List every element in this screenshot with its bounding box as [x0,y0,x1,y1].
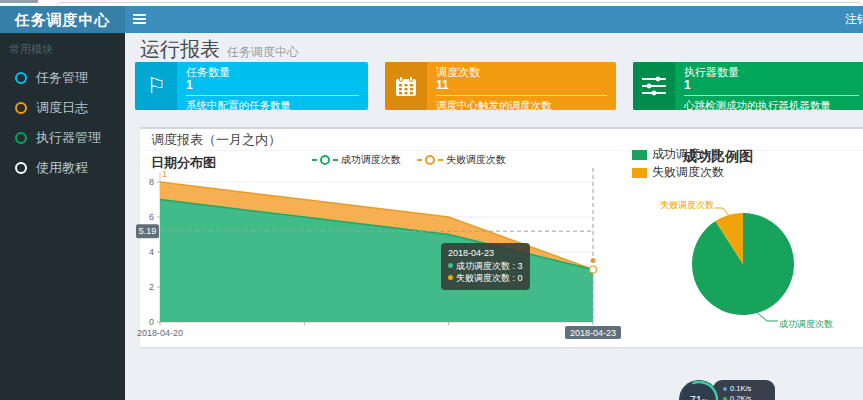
crosshair-y-label: 5.19 [139,226,157,236]
line-marker-icon [312,159,317,161]
date-distribution-chart[interactable]: 024685.192018-04-232018-04-201 [136,148,646,346]
circle-o-icon [15,102,27,114]
success-endpoint-marker [590,266,597,273]
y-axis-tick-label: 8 [149,177,154,187]
sidebar-item-label: 执行器管理 [36,129,101,147]
sidebar-item-job-manage[interactable]: 任务管理 [0,63,125,93]
line-marker-icon [417,159,422,161]
sidebar-section-label: 常用模块 [0,33,125,63]
y-axis-tick-label: 2 [149,282,154,292]
usage-gauge-widget[interactable]: 71% [678,379,720,400]
pie-connector-success [757,313,778,321]
browser-tab-edge [0,0,38,3]
calendar-icon [385,62,427,110]
page-title: 运行报表 [140,38,220,60]
net-speed-panel[interactable]: 0.1K/s 0.2K/s [713,380,775,400]
download-speed: 0.2K/s [730,394,751,400]
pie-connector-fail [715,208,729,215]
x-axis-label: 2018-04-20 [137,328,183,338]
stat-card-title: 任务数量 [186,66,359,78]
page-header: 运行报表任务调度中心 [140,36,299,63]
sidebar-item-help[interactable]: 使用教程 [0,153,125,183]
legend-label: 失败调度次数 [652,164,724,181]
stat-card-jobs: ⚐ 任务数量 1 系统中配置的任务数量 [135,62,368,110]
topbar: 任务调度中心 注销 [0,6,863,33]
legend-label: 成功调度次数 [652,146,724,163]
sidebar-item-label: 使用教程 [36,159,88,177]
upload-dot-icon [723,387,727,391]
app-logo[interactable]: 任务调度中心 [0,6,125,33]
legend-swatch-icon [632,168,647,178]
upload-speed: 0.1K/s [730,384,751,394]
flag-icon: ⚐ [135,62,177,110]
stat-card-title: 调度次数 [436,66,607,78]
legend-item-success[interactable]: 成功调度次数 [312,153,401,167]
sliders-icon [633,62,675,110]
stat-card-desc: 心跳检测成功的执行器机器数量 [684,96,859,110]
pie-legend-success[interactable]: 成功调度次数 [632,146,724,163]
pie-slice-label-fail: 失败调度次数 [656,199,714,212]
legend-label: 失败调度次数 [446,153,506,167]
line-marker-icon [438,159,443,161]
pie-slice-label-success: 成功调度次数 [779,318,833,331]
circle-o-icon [15,162,27,174]
line-chart-title: 日期分布图 [151,154,216,172]
success-ratio-chart[interactable] [680,202,850,332]
sidebar-item-label: 调度日志 [36,99,88,117]
stat-card-title: 执行器数量 [684,66,859,78]
stat-card-triggers: 调度次数 11 调度中心触发的调度次数 [385,62,616,110]
fail-endpoint-marker [591,258,596,263]
stat-card-desc: 调度中心触发的调度次数 [436,96,607,110]
legend-swatch-icon [632,150,647,160]
stat-card-value: 1 [684,79,859,92]
stat-card-value: 1 [186,79,359,92]
report-panel: 调度报表（一月之内） 024685.192018-04-232018-04-20… [140,127,863,347]
crosshair-x-label: 2018-04-23 [570,328,616,338]
line-chart-legend: 成功调度次数 失败调度次数 [312,153,506,167]
legend-item-fail[interactable]: 失败调度次数 [417,153,506,167]
y-axis-tick-label: 0 [149,317,154,327]
sidebar-item-label: 任务管理 [36,69,88,87]
page-subtitle: 任务调度中心 [227,45,299,59]
circle-marker-icon [320,155,330,165]
sidebar: 常用模块 任务管理 调度日志 执行器管理 使用教程 [0,33,125,400]
legend-label: 成功调度次数 [341,153,401,167]
y-axis-tick-label: 4 [149,247,154,257]
logout-link[interactable]: 注销 [845,6,863,33]
circle-marker-icon [425,155,435,165]
pie-legend-fail[interactable]: 失败调度次数 [632,164,724,181]
circle-o-icon [15,72,27,84]
circle-o-icon [15,132,27,144]
stat-card-value: 11 [436,79,607,92]
stat-card-executors: 执行器数量 1 心跳检测成功的执行器机器数量 [633,62,863,110]
line-marker-icon [333,159,338,161]
y-axis-tick-label: 6 [149,212,154,222]
stat-card-desc: 系统中配置的任务数量 [186,96,359,110]
sidebar-item-executor-manage[interactable]: 执行器管理 [0,123,125,153]
sidebar-item-job-log[interactable]: 调度日志 [0,93,125,123]
menu-toggle-icon[interactable] [133,14,147,26]
